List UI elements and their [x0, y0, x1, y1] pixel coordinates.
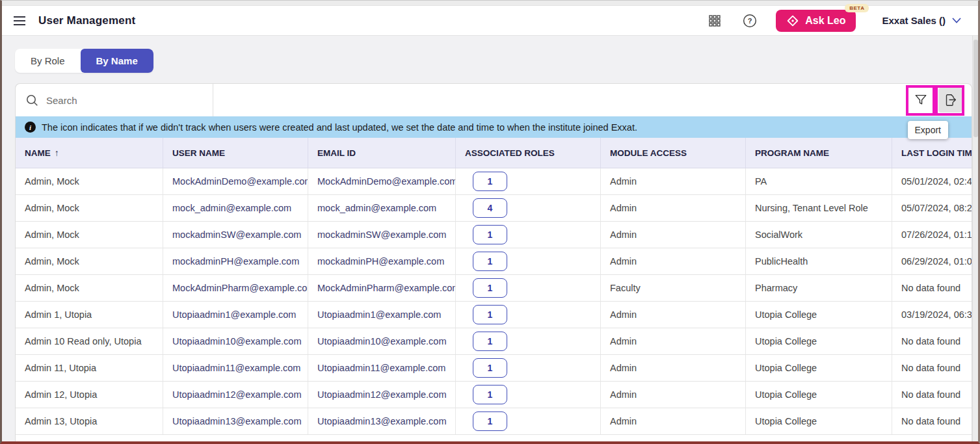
account-menu[interactable]: Exxat Sales () [882, 15, 961, 26]
apps-grid-icon[interactable] [706, 12, 724, 30]
cell-name: Admin 12, Utopia [16, 382, 163, 408]
cell-module-access: Admin [601, 382, 746, 408]
roles-count-button[interactable]: 1 [473, 305, 507, 324]
cell-module-access: Admin [601, 302, 746, 328]
cell-associated-roles: 1 [456, 248, 601, 274]
cell-name: Admin, Mock [16, 168, 163, 194]
ask-leo-logo-icon [786, 14, 799, 27]
roles-count-button[interactable]: 1 [473, 411, 507, 431]
cell-last-login-time: No data found [892, 275, 972, 301]
cell-email-id: Utopiaadmin12@example.com [308, 382, 456, 408]
search-input[interactable] [46, 95, 189, 106]
column-header-email-id[interactable]: EMAIL ID [308, 138, 456, 168]
roles-count-button[interactable]: 1 [473, 332, 507, 351]
roles-count-button[interactable]: 1 [473, 385, 507, 404]
sort-ascending-icon: ↑ [55, 148, 59, 158]
search-box[interactable] [16, 84, 213, 116]
cell-email-id: Utopiaadmin1@example.com [308, 302, 456, 328]
column-header-associated-roles[interactable]: ASSOCIATED ROLES [456, 138, 601, 168]
column-header-module-access[interactable]: MODULE ACCESS [601, 138, 746, 168]
top-strip [2, 1, 978, 6]
roles-count-button[interactable]: 4 [473, 198, 507, 218]
cell-program-name: SocialWork [746, 222, 892, 248]
cell-program-name: Nursing, Tenant Level Role [746, 195, 892, 221]
svg-text:?: ? [748, 17, 752, 25]
scrollbar-thumb[interactable] [973, 40, 978, 137]
roles-count-button[interactable]: 1 [473, 278, 507, 298]
toolbar-icons [906, 85, 964, 116]
cell-module-access: Admin [601, 168, 746, 194]
cell-last-login-time: No data found [892, 382, 972, 408]
cell-user-name: Utopiaadmin10@example.com [163, 328, 308, 354]
table-header-row: NAME ↑ USER NAME EMAIL ID ASSOCIATED ROL… [16, 138, 972, 168]
cell-email-id: MockAdminPharm@example.com [308, 275, 456, 301]
table-row: Admin, MockMockAdminDemo@example.comMock… [16, 168, 972, 195]
vertical-scrollbar[interactable] [972, 36, 978, 441]
table-body: Admin, MockMockAdminDemo@example.comMock… [16, 168, 972, 435]
cell-last-login-time: No data found [892, 328, 972, 354]
search-icon [26, 94, 38, 107]
table-row: Admin 11, UtopiaUtopiaadmin11@example.co… [16, 355, 972, 382]
cell-last-login-time: No data found [892, 408, 972, 434]
column-header-name[interactable]: NAME ↑ [16, 138, 163, 168]
page: User Management ? Ask Leo [0, 0, 980, 444]
view-tabs: By Role By Name [15, 49, 153, 73]
column-header-last-login-time[interactable]: LAST LOGIN TIME [892, 138, 972, 168]
roles-count-button[interactable]: 1 [473, 172, 507, 191]
cell-module-access: Admin [601, 222, 746, 248]
roles-count-button[interactable]: 1 [473, 358, 507, 378]
users-table-card: Export i The icon indicates that if we d… [15, 83, 972, 442]
cell-associated-roles: 1 [456, 328, 601, 354]
table-row: Admin 10 Read only, UtopiaUtopiaadmin10@… [16, 328, 972, 355]
cell-name: Admin 11, Utopia [16, 355, 163, 381]
export-tooltip: Export [908, 121, 948, 139]
cell-module-access: Faculty [601, 275, 746, 301]
info-banner: i The icon indicates that if we didn't t… [16, 116, 972, 138]
filter-icon[interactable] [909, 88, 933, 112]
column-header-user-name[interactable]: USER NAME [163, 138, 308, 168]
cell-user-name: MockAdminPharm@example.com [163, 275, 308, 301]
help-icon[interactable]: ? [741, 12, 759, 30]
cell-last-login-time: 05/01/2024, 02:47: [892, 168, 972, 194]
cell-last-login-time: No data found [892, 355, 972, 381]
cell-user-name: mockadminPH@example.com [163, 248, 308, 274]
cell-last-login-time: 06/29/2024, 01:04: [892, 248, 972, 274]
cell-name: Admin 1, Utopia [16, 302, 163, 328]
tab-by-name[interactable]: By Name [81, 49, 153, 73]
cell-user-name: Utopiaadmin11@example.com [163, 355, 308, 381]
tab-by-role[interactable]: By Role [15, 49, 81, 73]
cell-last-login-time: 07/26/2024, 01:17: [892, 222, 972, 248]
cell-email-id: Utopiaadmin10@example.com [308, 328, 456, 354]
hamburger-menu-icon[interactable] [11, 12, 28, 29]
cell-associated-roles: 1 [456, 302, 601, 328]
filter-annotation-box [906, 85, 935, 116]
ask-leo-button[interactable]: Ask Leo [776, 10, 856, 32]
roles-count-button[interactable]: 1 [473, 252, 507, 271]
table-toolbar [16, 84, 972, 116]
content-area: By Role By Name [2, 36, 978, 442]
cell-user-name: mock_admin@example.com [163, 195, 308, 221]
cell-email-id: Utopiaadmin13@example.com [308, 408, 456, 434]
table-row: Admin, MockmockadminSW@example.commockad… [16, 222, 972, 248]
cell-program-name: Utopia College [746, 302, 892, 328]
info-banner-text: The icon indicates that if we didn't tra… [42, 122, 637, 133]
cell-associated-roles: 1 [456, 382, 601, 408]
cell-user-name: MockAdminDemo@example.com [163, 168, 308, 194]
export-icon[interactable] [938, 88, 962, 112]
roles-count-button[interactable]: 1 [473, 225, 507, 244]
table-row: Admin, Mockmock_admin@example.commock_ad… [16, 195, 972, 222]
table-row: Admin, MockMockAdminPharm@example.comMoc… [16, 275, 972, 302]
app-bar: User Management ? Ask Leo [2, 6, 978, 36]
cell-program-name: Utopia College [746, 355, 892, 381]
ask-leo-label: Ask Leo [805, 15, 845, 27]
cell-last-login-time: 05/07/2024, 08:21: [892, 195, 972, 221]
cell-program-name: PublicHealth [746, 248, 892, 274]
cell-name: Admin, Mock [16, 222, 163, 248]
cell-associated-roles: 1 [456, 168, 601, 194]
column-header-program-name[interactable]: PROGRAM NAME [746, 138, 892, 168]
cell-module-access: Admin [601, 328, 746, 354]
cell-associated-roles: 1 [456, 275, 601, 301]
cell-user-name: mockadminSW@example.com [163, 222, 308, 248]
app-bar-right: ? Ask Leo BETA Exxat Sales () [706, 10, 961, 32]
cell-program-name: Utopia College [746, 328, 892, 354]
